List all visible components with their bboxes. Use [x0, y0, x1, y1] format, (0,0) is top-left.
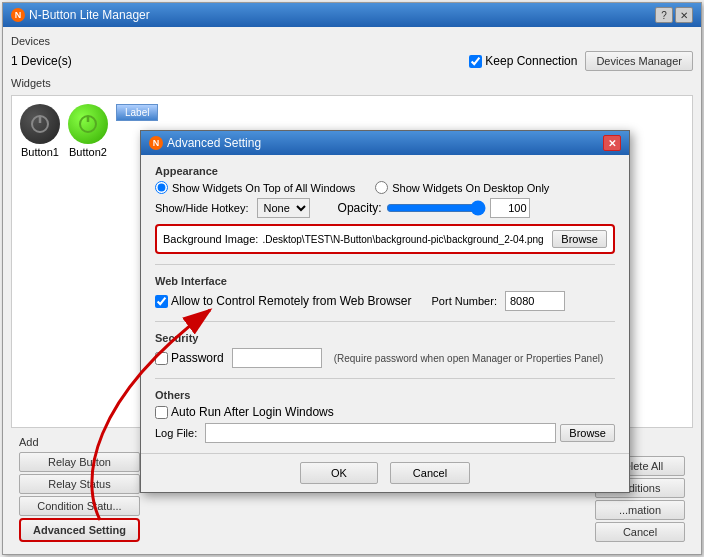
log-file-row: Log File: Browse	[155, 423, 615, 443]
dialog-cancel-button[interactable]: Cancel	[390, 462, 470, 484]
hotkey-label: Show/Hide Hotkey:	[155, 202, 249, 214]
bg-image-label: Background Image:	[163, 233, 258, 245]
dialog-body: Appearance Show Widgets On Top of All Wi…	[141, 155, 629, 453]
show-desktop-radio-label[interactable]: Show Widgets On Desktop Only	[375, 181, 549, 194]
show-desktop-radio[interactable]	[375, 181, 388, 194]
ok-button[interactable]: OK	[300, 462, 378, 484]
widget-button2: Button2	[68, 104, 108, 158]
show-top-radio[interactable]	[155, 181, 168, 194]
opacity-input[interactable]: 100	[490, 198, 530, 218]
appearance-section: Appearance Show Widgets On Top of All Wi…	[155, 165, 615, 254]
widget-label: Label	[116, 104, 158, 121]
widget-btn-on2[interactable]	[68, 104, 108, 144]
widget1-name: Button1	[21, 146, 59, 158]
dialog-title-bar: N Advanced Setting ✕	[141, 131, 629, 155]
close-button[interactable]: ✕	[675, 7, 693, 23]
appearance-label: Appearance	[155, 165, 615, 177]
others-section: Others Auto Run After Login Windows Log …	[155, 389, 615, 443]
web-interface-row: Allow to Control Remotely from Web Brows…	[155, 291, 615, 311]
hotkey-row: Show/Hide Hotkey: None Opacity: 100	[155, 198, 615, 218]
add-label: Add	[19, 436, 140, 448]
opacity-label: Opacity:	[338, 201, 382, 215]
security-section: Security Password (Require password when…	[155, 332, 615, 368]
bg-browse-button[interactable]: Browse	[552, 230, 607, 248]
dialog-icon: N	[149, 136, 163, 150]
opacity-row: Opacity: 100	[338, 198, 530, 218]
widget-btn-off1[interactable]	[20, 104, 60, 144]
log-file-label: Log File:	[155, 427, 197, 439]
divider3	[155, 378, 615, 379]
devices-count: 1 Device(s)	[11, 54, 72, 68]
dialog-footer: OK Cancel	[141, 453, 629, 492]
password-checkbox-label[interactable]: Password	[155, 351, 224, 365]
password-hint: (Require password when open Manager or P…	[334, 353, 604, 364]
devices-row: 1 Device(s) Keep Connection Devices Mana…	[11, 49, 693, 73]
allow-remote-label[interactable]: Allow to Control Remotely from Web Brows…	[155, 294, 412, 308]
app-title: N-Button Lite Manager	[29, 8, 150, 22]
title-bar: N N-Button Lite Manager ? ✕	[3, 3, 701, 27]
devices-manager-button[interactable]: Devices Manager	[585, 51, 693, 71]
background-image-row: Background Image: .Desktop\TEST\N-Button…	[155, 224, 615, 254]
auto-run-checkbox[interactable]	[155, 406, 168, 419]
radio-row: Show Widgets On Top of All Windows Show …	[155, 181, 615, 194]
port-number-input[interactable]: 8080	[505, 291, 565, 311]
mation-btn[interactable]: ...mation	[595, 500, 685, 520]
dialog-close-button[interactable]: ✕	[603, 135, 621, 151]
log-browse-button[interactable]: Browse	[560, 424, 615, 442]
advanced-setting-button[interactable]: Advanced Setting	[19, 518, 140, 542]
password-row: Password (Require password when open Man…	[155, 348, 615, 368]
divider1	[155, 264, 615, 265]
password-checkbox[interactable]	[155, 352, 168, 365]
condition-status-btn[interactable]: Condition Statu...	[19, 496, 140, 516]
keep-connection-checkbox[interactable]	[469, 55, 482, 68]
keep-connection-label[interactable]: Keep Connection	[469, 54, 577, 68]
security-label: Security	[155, 332, 615, 344]
bg-image-input[interactable]: .Desktop\TEST\N-Button\background-pic\ba…	[262, 229, 548, 249]
widget2-name: Button2	[69, 146, 107, 158]
port-number-label: Port Number:	[432, 295, 497, 307]
widgets-label: Widgets	[11, 77, 693, 89]
auto-run-label[interactable]: Auto Run After Login Windows	[155, 405, 615, 419]
password-input[interactable]	[232, 348, 322, 368]
advanced-setting-dialog: N Advanced Setting ✕ Appearance Show Wid…	[140, 130, 630, 493]
dialog-title-label: Advanced Setting	[167, 136, 261, 150]
divider2	[155, 321, 615, 322]
show-top-radio-label[interactable]: Show Widgets On Top of All Windows	[155, 181, 355, 194]
widget-button1: Button1	[20, 104, 60, 158]
web-interface-label: Web Interface	[155, 275, 615, 287]
app-icon: N	[11, 8, 25, 22]
allow-remote-checkbox[interactable]	[155, 295, 168, 308]
others-label: Others	[155, 389, 615, 401]
devices-label: Devices	[11, 35, 693, 47]
log-file-input[interactable]	[205, 423, 556, 443]
devices-section: Devices 1 Device(s) Keep Connection Devi…	[11, 35, 693, 73]
help-button[interactable]: ?	[655, 7, 673, 23]
opacity-slider[interactable]	[386, 200, 486, 216]
web-interface-section: Web Interface Allow to Control Remotely …	[155, 275, 615, 311]
relay-status-btn[interactable]: Relay Status	[19, 474, 140, 494]
relay-button-btn[interactable]: Relay Button	[19, 452, 140, 472]
widget-label-tag: Label	[116, 104, 158, 121]
main-cancel-btn[interactable]: Cancel	[595, 522, 685, 542]
hotkey-select[interactable]: None	[257, 198, 310, 218]
